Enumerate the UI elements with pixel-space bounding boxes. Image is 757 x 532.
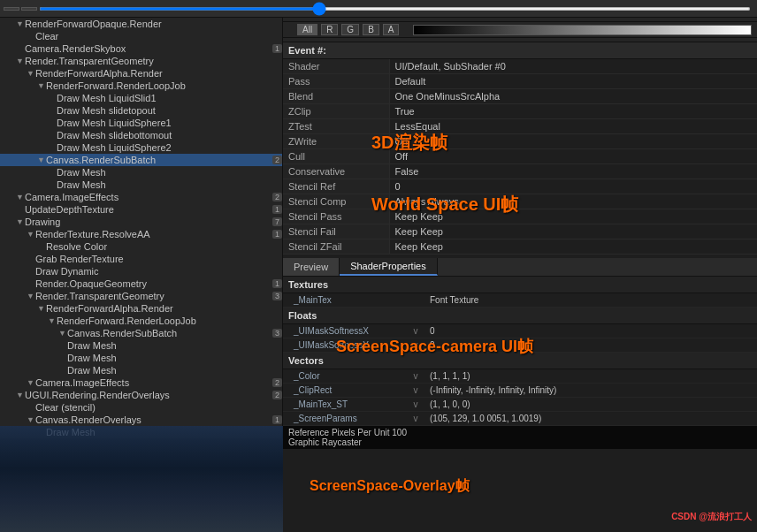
- tree-item[interactable]: Draw Mesh: [0, 339, 282, 352]
- tree-item[interactable]: ▼Render.TransparentGeometry3: [0, 290, 282, 302]
- channel-b-button[interactable]: B: [363, 24, 379, 35]
- tree-label: Draw Mesh slidebottomout: [57, 130, 282, 141]
- property-key: ZWrite: [283, 134, 389, 149]
- tree-item[interactable]: ▼RenderForwardOpaque.Render: [0, 18, 282, 30]
- tree-label: RenderForwardAlpha.Render: [35, 68, 282, 79]
- tree-arrow: ▼: [16, 19, 25, 28]
- tree-item[interactable]: Draw Mesh: [0, 364, 282, 376]
- property-value: True: [389, 104, 757, 119]
- tree-item[interactable]: Render.OpaqueGeometry1: [0, 277, 282, 290]
- sub-prop-name: _Color: [283, 369, 407, 384]
- levels-bar: [413, 25, 752, 35]
- tree-item[interactable]: Camera.RenderSkybox1: [0, 42, 282, 55]
- tree-item[interactable]: Resolve Color: [0, 240, 282, 253]
- main-layout: ▼RenderForwardOpaque.RenderClearCamera.R…: [0, 18, 757, 532]
- sub-prop-value: 0: [424, 324, 757, 338]
- tree-label: Resolve Color: [46, 241, 282, 252]
- tree-arrow: ▼: [27, 69, 35, 78]
- tree-item[interactable]: Draw Mesh LiquidSphere2: [0, 141, 282, 154]
- tree-arrow: ▼: [27, 378, 35, 387]
- tab-preview[interactable]: Preview: [283, 258, 340, 276]
- tree-item[interactable]: Clear (stencil): [0, 401, 282, 414]
- frame-slider[interactable]: [39, 7, 751, 11]
- sub-prop-name: _MainTex: [283, 293, 407, 308]
- tabs-row: PreviewShaderProperties: [283, 258, 757, 277]
- property-row: PassDefault: [283, 74, 757, 89]
- sub-prop-value: 0: [424, 338, 757, 353]
- tree-item[interactable]: Draw Mesh slidetopout: [0, 104, 282, 117]
- tree-item[interactable]: ▼RenderForwardAlpha.Render: [0, 302, 282, 315]
- property-row: ZClipTrue: [283, 104, 757, 119]
- tree-item[interactable]: Draw Mesh: [0, 166, 282, 179]
- tree-item[interactable]: ▼Render.TransparentGeometry: [0, 55, 282, 67]
- channel-all-button[interactable]: All: [297, 24, 317, 35]
- tree-item[interactable]: ▼Canvas.RenderSubBatch2: [0, 154, 282, 166]
- left-panel: ▼RenderForwardOpaque.RenderClearCamera.R…: [0, 18, 283, 438]
- tree-item[interactable]: Draw Mesh LiquidSlid1: [0, 92, 282, 104]
- tree-item[interactable]: ▼Drawing7: [0, 216, 282, 228]
- tab-shaderproperties[interactable]: ShaderProperties: [340, 258, 438, 276]
- tree-badge: 1: [272, 44, 282, 53]
- sub-prop-name: _MainTex_ST: [283, 398, 407, 412]
- tree-item[interactable]: ▼RenderTexture.ResolveAA1: [0, 228, 282, 240]
- channels-row: All R G B A: [283, 22, 757, 38]
- sub-prop-v: v: [407, 412, 424, 426]
- tree-label: Draw Mesh LiquidSlid1: [57, 93, 282, 103]
- sub-prop-table: _Colorv(1, 1, 1, 1)_ClipRectv(-Infinity,…: [283, 369, 757, 426]
- overlay-screenspace-overlay: ScreenSpace-Overlay帧: [310, 477, 470, 496]
- tree-item[interactable]: Grab RenderTexture: [0, 253, 282, 265]
- tree-item[interactable]: ▼RenderForward.RenderLoopJob: [0, 315, 282, 327]
- bottom-item: Reference Pixels Per Unit 100: [288, 428, 752, 437]
- sub-prop-row: _ClipRectv(-Infinity, -Infinity, Infinit…: [283, 384, 757, 398]
- tree-item[interactable]: Draw Dynamic: [0, 265, 282, 277]
- sub-prop-row: _UIMaskSoftnessXv0: [283, 324, 757, 338]
- sub-prop-name: _UIMaskSoftnessY: [283, 338, 407, 353]
- tree-label: RenderForward.RenderLoopJob: [57, 315, 282, 326]
- tree-item[interactable]: ▼Camera.ImageEffects2: [0, 191, 282, 203]
- tree-label: RenderTexture.ResolveAA: [35, 229, 269, 239]
- tree-item[interactable]: ▼Camera.ImageEffects2: [0, 376, 282, 389]
- tree-item[interactable]: Draw Mesh: [0, 352, 282, 364]
- tree-badge: 2: [272, 391, 282, 399]
- channel-r-button[interactable]: R: [321, 24, 338, 35]
- property-row: BlendOne OneMinusSrcAlpha: [283, 89, 757, 104]
- event-header: Event #:: [283, 42, 757, 59]
- sub-prop-v: v: [407, 398, 424, 412]
- tree-label: Camera.ImageEffects: [35, 377, 269, 388]
- tree-label: Draw Mesh slidetopout: [57, 105, 282, 116]
- tree-item[interactable]: Draw Mesh LiquidSphere1: [0, 117, 282, 129]
- tree-badge: 1: [272, 415, 282, 424]
- property-row: Stencil ZFailKeep Keep: [283, 239, 757, 255]
- tree-item[interactable]: Draw Mesh slidebottomout: [0, 129, 282, 141]
- channel-a-button[interactable]: A: [383, 24, 400, 35]
- tree-label: Draw Mesh LiquidSphere1: [57, 118, 282, 128]
- tree-label: Clear (stencil): [35, 402, 282, 413]
- tree-item[interactable]: ▼RenderForward.RenderLoopJob: [0, 80, 282, 92]
- property-value: LessEqual: [389, 119, 757, 134]
- tree-item[interactable]: Draw Mesh: [0, 179, 282, 191]
- sub-prop-v: v: [407, 384, 424, 398]
- tree-item[interactable]: ▼Canvas.RenderOverlays1: [0, 414, 282, 426]
- tree-item[interactable]: ▼Canvas.RenderSubBatch3: [0, 327, 282, 339]
- tree-item[interactable]: ▼RenderForwardAlpha.Render: [0, 67, 282, 80]
- sub-prop-row: _Colorv(1, 1, 1, 1): [283, 369, 757, 384]
- property-value: Keep Keep: [389, 209, 757, 224]
- tree-item[interactable]: UpdateDepthTexture1: [0, 203, 282, 216]
- tree-arrow: ▼: [16, 57, 25, 65]
- tree-badge: 3: [272, 292, 282, 300]
- disable-button[interactable]: [4, 7, 19, 11]
- tree-label: Draw Mesh: [57, 167, 282, 178]
- sub-prop-row: _UIMaskSoftnessYv0: [283, 338, 757, 353]
- channel-g-button[interactable]: G: [341, 24, 359, 35]
- tree-item[interactable]: ▼UGUI.Rendering.RenderOverlays2: [0, 389, 282, 401]
- property-key: Conservative: [283, 164, 389, 179]
- editor-button[interactable]: [21, 7, 37, 11]
- tree-arrow: ▼: [58, 329, 67, 338]
- tree-label: Draw Mesh: [57, 179, 282, 190]
- tree-arrow: ▼: [16, 391, 25, 399]
- tree-arrow: ▼: [16, 193, 25, 201]
- section-header: Vectors: [283, 353, 757, 369]
- tree-label: Draw Mesh: [67, 353, 282, 363]
- tree-item[interactable]: Clear: [0, 30, 282, 42]
- property-value: Keep Keep: [389, 224, 757, 239]
